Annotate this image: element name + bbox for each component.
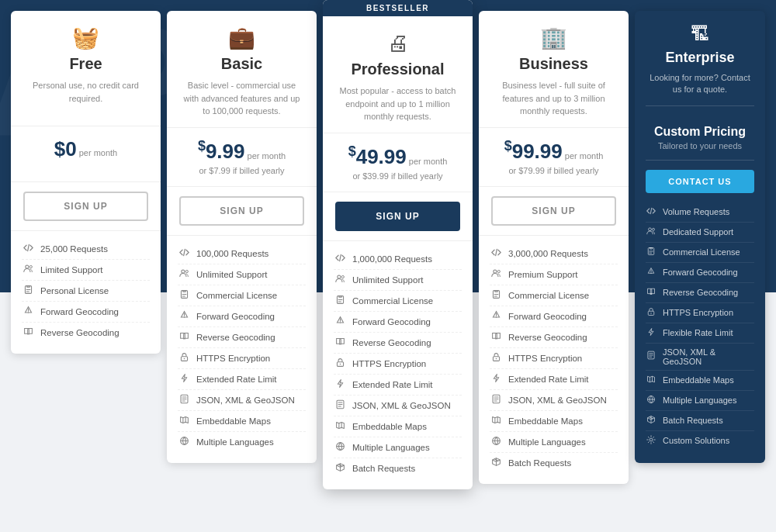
feature-item: HTTPS Encryption: [178, 348, 306, 369]
plan-signup: SIGN UP: [11, 182, 161, 231]
feature-icon: [178, 373, 190, 385]
svg-point-14: [339, 364, 341, 365]
contact-us-button[interactable]: CONTACT US: [646, 170, 754, 193]
ent-feature-icon: [646, 247, 656, 258]
feature-icon: [178, 289, 190, 302]
ent-feature-item: Reverse Geocoding: [646, 283, 754, 303]
feature-icon: [178, 394, 190, 406]
feature-icon: [334, 358, 346, 370]
feature-label: Unlimited Support: [196, 270, 267, 279]
feature-icon: [178, 436, 190, 448]
feature-item: HTTPS Encryption: [334, 354, 462, 375]
plan-card-business: 🏢 Business Business level - full suite o…: [479, 11, 629, 484]
ent-feature-item: Embeddable Maps: [646, 371, 754, 391]
feature-icon: [178, 247, 190, 260]
plan-name: Professional: [335, 60, 460, 78]
plan-features: 100,000 Requests Unlimited Support Comme…: [167, 236, 317, 463]
ent-feature-label: Flexible Rate Limit: [663, 328, 733, 337]
feature-label: JSON, XML & GeoJSON: [196, 396, 295, 405]
feature-label: Extended Rate Limit: [196, 375, 277, 384]
price-alt: or $7.99 if billed yearly: [179, 166, 304, 175]
ent-feature-icon: [646, 206, 656, 218]
feature-label: Forward Geocoding: [352, 317, 431, 326]
feature-item: Reverse Geocoding: [490, 327, 618, 348]
ent-feature-label: Commercial License: [663, 247, 740, 257]
feature-item: Forward Geocoding: [178, 306, 306, 327]
feature-label: Batch Requests: [508, 458, 571, 468]
price-alt: or $39.99 if billed yearly: [335, 171, 460, 181]
enterprise-card: 🏗 Enterprise Looking for more? Contact u…: [635, 11, 765, 463]
signup-button-business[interactable]: SIGN UP: [491, 196, 616, 226]
feature-label: Forward Geocoding: [40, 307, 119, 316]
signup-button-basic[interactable]: SIGN UP: [179, 196, 304, 226]
feature-item: Multiple Languages: [178, 432, 306, 452]
svg-point-1: [29, 265, 32, 268]
feature-label: HTTPS Encryption: [196, 354, 270, 363]
plan-card-professional: BESTSELLER 🖨 Professional Most popular -…: [323, 0, 473, 489]
ent-feature-item: Commercial License: [646, 243, 754, 263]
custom-pricing-sub: Tailored to your needs: [646, 141, 754, 150]
enterprise-icon: 🏗: [646, 23, 754, 45]
svg-point-28: [650, 313, 652, 314]
feature-label: Limited Support: [40, 265, 103, 275]
svg-point-25: [653, 228, 655, 230]
ent-feature-label: Forward Geocoding: [663, 268, 738, 277]
plan-features: 3,000,000 Requests Premium Support Comme…: [479, 236, 629, 484]
feature-item: Limited Support: [22, 260, 150, 281]
ent-feature-item: Custom Solutions: [646, 431, 754, 451]
feature-item: JSON, XML & GeoJSON: [490, 390, 618, 411]
signup-button-free[interactable]: SIGN UP: [23, 192, 148, 221]
ent-feature-icon: [646, 351, 656, 362]
plan-name: Free: [23, 55, 148, 73]
feature-item: 1,000,000 Requests: [334, 249, 462, 270]
feature-icon: [334, 441, 346, 454]
feature-label: JSON, XML & GeoJSON: [352, 401, 451, 410]
feature-label: JSON, XML & GeoJSON: [508, 396, 607, 405]
plan-desc: Business level - full suite of features …: [491, 79, 616, 118]
ent-feature-icon: [646, 307, 656, 319]
plan-header: 🖨 Professional Most popular - access to …: [323, 16, 473, 133]
feature-icon: [178, 352, 190, 364]
plan-pricing: $0 per month: [11, 126, 161, 182]
feature-icon: [490, 457, 502, 469]
price-amount: $99.99: [504, 140, 563, 163]
plan-name: Business: [491, 55, 616, 73]
feature-item: JSON, XML & GeoJSON: [334, 396, 462, 416]
feature-label: Multiple Languages: [196, 437, 274, 447]
ent-feature-label: Embeddable Maps: [663, 375, 734, 385]
svg-point-31: [650, 438, 653, 441]
feature-icon: [334, 399, 346, 412]
enterprise-header: 🏗 Enterprise Looking for more? Contact u…: [646, 23, 754, 106]
svg-point-18: [497, 271, 500, 273]
ent-feature-item: Volume Requests: [646, 202, 754, 223]
plan-card-free: 🧺 Free Personal use, no credit card requ…: [11, 11, 161, 354]
feature-item: Multiple Languages: [334, 437, 462, 458]
ent-feature-label: Multiple Languages: [663, 396, 736, 405]
feature-label: Forward Geocoding: [508, 312, 587, 321]
ent-feature-label: Volume Requests: [663, 207, 729, 216]
feature-item: Forward Geocoding: [22, 302, 150, 323]
svg-point-17: [493, 270, 496, 273]
feature-icon: [334, 316, 346, 328]
signup-button-professional[interactable]: SIGN UP: [335, 202, 460, 231]
plan-desc: Basic level - commercial use with advanc…: [179, 79, 304, 118]
feature-item: 3,000,000 Requests: [490, 244, 618, 264]
svg-point-4: [185, 271, 188, 273]
ent-feature-icon: [646, 327, 656, 339]
ent-feature-item: Forward Geocoding: [646, 263, 754, 283]
feature-label: Extended Rate Limit: [508, 375, 589, 384]
feature-item: Commercial License: [334, 291, 462, 312]
feature-icon: [490, 415, 502, 427]
feature-icon: [490, 268, 502, 281]
feature-item: Premium Support: [490, 264, 618, 285]
feature-icon: [334, 274, 346, 286]
ent-feature-icon: [646, 226, 656, 238]
feature-icon: [490, 289, 502, 302]
feature-label: HTTPS Encryption: [508, 354, 582, 363]
feature-item: Batch Requests: [334, 458, 462, 478]
feature-item: Personal License: [22, 281, 150, 302]
feature-icon: [490, 373, 502, 385]
feature-item: 100,000 Requests: [178, 244, 306, 264]
feature-item: Extended Rate Limit: [334, 375, 462, 396]
feature-label: Embeddable Maps: [196, 416, 271, 426]
